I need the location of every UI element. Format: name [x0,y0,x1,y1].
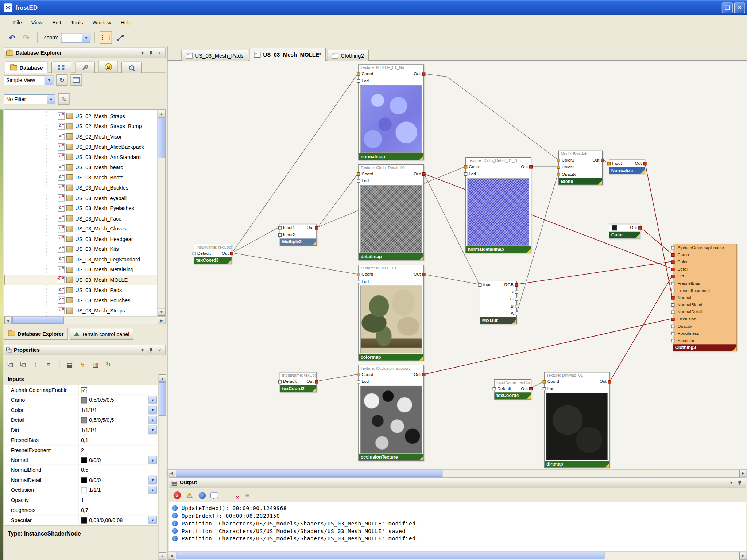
search-tab[interactable] [121,61,142,73]
panel-menu-button[interactable]: ▾ [727,479,735,486]
document-tab[interactable]: US_03_Mesh_Pads [181,50,248,61]
panel-menu-button[interactable]: ▾ [139,49,146,57]
copy-properties-button[interactable] [17,358,29,370]
panel-close-button[interactable]: × [156,49,163,57]
port-connector[interactable] [278,233,282,237]
scroll-up-button[interactable]: ▲ [159,374,166,382]
clear-log-button[interactable]: × [229,490,240,501]
document-tab[interactable]: US_03_Mesh_MOLLE* [249,48,326,61]
menu-item-tools[interactable]: Tools [66,18,88,27]
log-output[interactable]: iUpdateIndex(): 00:00:00.1249968iOpenInd… [169,502,746,552]
port-connector[interactable] [357,179,360,183]
output-horizontal-scrollbar[interactable]: ◀ ▶ [168,551,747,560]
dropdown-button[interactable]: ▼ [149,416,157,424]
sort-button[interactable]: ↕ [30,358,42,370]
port-connector[interactable] [671,275,674,278]
node-Normalize[interactable]: InputOutNormalize [609,160,645,174]
port-connector[interactable] [608,380,611,383]
view-mode-combo[interactable]: Simple View ▼ [4,75,53,85]
port-connector[interactable] [422,73,425,76]
tree-item[interactable]: US_03_Mesh_eyeball [4,193,158,203]
node-texCoord3[interactable]: InputName: texCoord0DefaultOuttexCoord3 [194,244,232,264]
port-connector[interactable] [607,162,611,165]
columns-button[interactable]: ▥ [89,358,101,370]
port-connector[interactable] [315,226,318,229]
close-button[interactable]: × [734,2,745,13]
menu-item-window[interactable]: Window [88,18,116,27]
tree-item[interactable]: US_03_Mesh_Kits [4,244,158,254]
refresh-button[interactable]: ↻ [56,74,67,86]
port-connector[interactable] [193,252,196,255]
port-connector[interactable] [671,260,674,264]
port-connector[interactable] [671,325,674,328]
list-view-button[interactable]: ≡ [42,358,55,370]
port-connector[interactable] [543,380,546,383]
scrollbar-thumb[interactable] [159,382,166,416]
port-connector[interactable] [515,291,518,294]
categorize-button[interactable] [4,358,16,370]
undo-button[interactable]: ↶ [6,31,18,44]
node-detailmap[interactable]: Texture: Cloth_Detail_01CoordOutLoddetai… [358,164,424,261]
scrollbar-thumb[interactable] [176,470,442,477]
dropdown-arrow-icon[interactable]: ▼ [47,94,55,104]
scrollbar-thumb[interactable] [176,552,605,559]
port-connector[interactable] [671,339,674,342]
port-connector[interactable] [230,252,233,255]
port-connector[interactable] [357,273,360,276]
port-connector[interactable] [557,166,560,169]
port-connector[interactable] [357,380,360,383]
properties-vertical-scrollbar[interactable]: ▲ ▼ [158,374,166,560]
tree-item[interactable]: US_03_Mesh_Boots [4,172,158,183]
tree-item[interactable]: US_03_Mesh_Buckles [4,183,158,193]
port-connector[interactable] [493,387,496,390]
refresh-properties-button[interactable]: ↻ [102,358,115,370]
document-button[interactable]: ▤ [63,358,76,370]
dropdown-button[interactable]: ▼ [149,486,157,494]
port-connector[interactable] [671,253,674,257]
restore-button[interactable] [722,2,733,13]
document-tab[interactable]: Clothing2 [327,50,368,61]
scroll-left-button[interactable]: ◀ [4,317,12,324]
dropdown-button[interactable]: ▼ [149,516,157,525]
pin-button[interactable] [736,479,744,486]
scrollbar-thumb[interactable] [12,317,64,324]
port-connector[interactable] [543,387,546,390]
scrollbar-thumb[interactable] [158,118,165,158]
node-texCoord4[interactable]: InputName: texCoord1DefaultOuttexCoord4 [494,379,531,400]
scroll-down-button[interactable]: ▼ [158,308,165,316]
port-connector[interactable] [357,172,360,176]
connection-tool-button[interactable] [114,31,126,44]
dropdown-arrow-icon[interactable]: ▼ [45,75,53,85]
port-connector[interactable] [671,311,674,314]
grid-view-button[interactable] [70,74,82,86]
port-connector[interactable] [315,380,318,383]
zoom-dropdown-arrow-icon[interactable]: ▼ [82,33,90,42]
tools-tab[interactable] [75,61,95,73]
canvas-horizontal-scrollbar[interactable]: ◀ ▶ [168,469,747,478]
marquee-select-button[interactable] [100,31,112,44]
edit-filter-button[interactable]: ✎ [58,93,69,105]
errors-filter-button[interactable]: × [171,490,183,501]
port-connector[interactable] [638,226,642,229]
tab-database-explorer[interactable]: Database Explorer [4,328,68,340]
tree-item[interactable]: US_03_Mesh_MetalRing [4,265,158,275]
node-normaldetailmap[interactable]: Texture: Cloth_Detail_01_NmCoordOutLodno… [465,157,531,253]
scroll-right-button[interactable]: ▶ [739,470,747,477]
panel-menu-button[interactable]: ▾ [139,346,146,354]
tree-item[interactable]: US_03_Mesh_Gloves [4,223,158,234]
quick-edit-button[interactable]: ϟ [76,358,89,370]
dropdown-button[interactable]: ▼ [149,426,157,435]
tree-item[interactable]: US_03_Mesh_Straps [4,306,158,316]
dropdown-button[interactable]: ▼ [149,396,157,404]
scroll-left-button[interactable]: ◀ [168,552,175,560]
pin-button[interactable] [147,346,155,354]
tree-item[interactable]: US_03_Mesh_Pads [4,285,158,295]
scroll-up-button[interactable]: ▲ [158,110,165,118]
node-Blend[interactable]: Mode: BsmAddColor1OutColor2OpacityBlend [558,151,603,185]
port-connector[interactable] [422,373,425,376]
tree-item[interactable]: US_03_Mesh_AliceBackpack [4,142,158,152]
tree-item[interactable]: US_03_Mesh_Headgear [4,234,158,244]
tree-item[interactable]: US_02_Mesh_Straps_Bump [4,121,158,131]
pin-button[interactable] [147,49,155,57]
node-Color[interactable]: OutColor [609,224,640,238]
